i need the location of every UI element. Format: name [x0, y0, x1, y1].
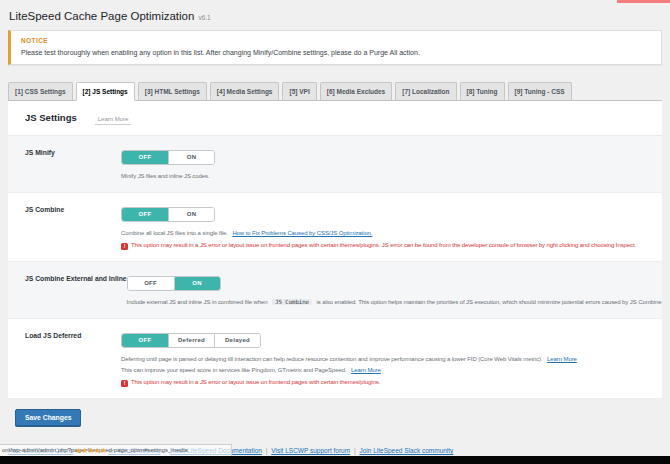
section-title: JS Settings	[25, 112, 77, 123]
tab-media-excludes[interactable]: [6] Media Excludes	[320, 82, 393, 101]
js-minify-on-button[interactable]: ON	[168, 151, 214, 164]
page-header: LiteSpeed Cache Page Optimization v6.1	[8, 8, 662, 22]
js-minify-label: JS Minify	[25, 145, 121, 181]
js-minify-description-text: Minify JS files and inline JS codes.	[121, 173, 209, 179]
panel-header: JS Settings Learn More	[8, 101, 662, 136]
js-combine-label: JS Combine	[25, 202, 121, 250]
js-combine-on-button[interactable]: ON	[168, 208, 214, 221]
notice-banner: NOTICE Please test thoroughly when enabl…	[8, 30, 662, 65]
setting-row-js-combine: JS Combine OFF ON Combine all local JS f…	[8, 193, 662, 262]
deferred-warning-text: This option may result in a JS error or …	[131, 379, 380, 385]
tab-tuning[interactable]: [8] Tuning	[460, 82, 505, 101]
js-minify-off-button[interactable]: OFF	[122, 151, 168, 164]
js-combine-external-inline-description: Include external JS and inline JS in com…	[127, 298, 646, 307]
tab-css-settings[interactable]: [1] CSS Settings	[8, 82, 73, 101]
save-changes-button[interactable]: Save Changes	[15, 409, 81, 426]
load-js-deferred-off-button[interactable]: OFF	[122, 334, 168, 347]
setting-row-js-minify: JS Minify OFF ON Minify JS files and inl…	[8, 136, 662, 193]
load-js-deferred-label: Load JS Deferred	[25, 328, 121, 387]
slack-community-link[interactable]: Join LiteSpeed Slack community	[359, 447, 453, 454]
description-text-before: Include external JS and inline JS in com…	[127, 299, 268, 305]
js-combine-description-text: Combine all local JS files into a single…	[121, 230, 228, 236]
tab-js-settings[interactable]: [2] JS Settings	[76, 82, 135, 101]
rating-stars[interactable]: ★★★★★	[75, 446, 106, 455]
support-forum-link[interactable]: Visit LSCWP support forum	[271, 447, 350, 454]
load-js-deferred-delayed-button[interactable]: Delayed	[214, 334, 260, 347]
deferred-description-text-2: This can improve your speed score in ser…	[121, 367, 346, 373]
load-js-deferred-toggle: OFF Deferred Delayed	[121, 333, 261, 348]
js-combine-external-inline-toggle: OFF ON	[127, 276, 221, 291]
footer-separator: |	[266, 447, 268, 454]
js-combine-off-button[interactable]: OFF	[122, 208, 168, 221]
load-js-deferred-description-2: This can improve your speed score in ser…	[121, 366, 646, 375]
top-right-red-strip	[617, 0, 670, 3]
load-js-deferred-description-1: Deferring until page is parsed or delayi…	[121, 355, 646, 364]
description-text-after: is also enabled. This option helps maint…	[317, 299, 662, 305]
bottom-black-bar	[0, 456, 670, 464]
js-combine-external-inline-label: JS Combine External and Inline	[25, 271, 127, 307]
js-combine-external-inline-on-button[interactable]: ON	[174, 277, 220, 290]
setting-row-js-combine-external-inline: JS Combine External and Inline OFF ON In…	[8, 262, 662, 319]
learn-more-link-speed[interactable]: Learn More	[351, 367, 381, 373]
notice-label: NOTICE	[21, 37, 651, 44]
tab-vpi[interactable]: [5] VPI	[282, 82, 316, 101]
load-js-deferred-warning: !This option may result in a JS error or…	[121, 378, 646, 387]
learn-more-link-fid[interactable]: Learn More	[547, 356, 577, 362]
section-learn-more-link[interactable]: Learn More	[95, 116, 132, 125]
deferred-description-text-1: Deferring until page is parsed or delayi…	[121, 356, 543, 362]
setting-row-load-js-deferred: Load JS Deferred OFF Deferred Delayed De…	[8, 319, 662, 399]
warning-icon: !	[121, 380, 128, 387]
js-minify-description: Minify JS files and inline JS codes.	[121, 172, 646, 181]
js-combine-warning: !This option may result in a JS error or…	[121, 241, 646, 250]
browser-status-bar: om/wp-admin/admin.php?page=litespeed-pag…	[0, 444, 232, 456]
js-combine-toggle: OFF ON	[121, 207, 215, 222]
js-combine-warning-text: This option may result in a JS error or …	[131, 242, 636, 248]
load-js-deferred-deferred-button[interactable]: Deferred	[168, 334, 214, 347]
js-combine-description: Combine all local JS files into a single…	[121, 229, 646, 238]
tab-tuning-css[interactable]: [9] Tuning - CSS	[508, 82, 572, 101]
plugin-version-badge: v6.1	[198, 14, 210, 21]
tab-media-settings[interactable]: [4] Media Settings	[210, 82, 280, 101]
js-minify-toggle: OFF ON	[121, 150, 215, 165]
tab-html-settings[interactable]: [3] HTML Settings	[138, 82, 207, 101]
js-settings-panel: JS Settings Learn More JS Minify OFF ON …	[8, 101, 662, 399]
notice-text: Please test thoroughly when enabling any…	[21, 49, 651, 56]
js-combine-code-badge: JS Combine	[272, 299, 312, 305]
js-combine-external-inline-off-button[interactable]: OFF	[128, 277, 174, 290]
page-title: LiteSpeed Cache Page Optimization	[9, 10, 194, 22]
warning-icon: !	[121, 243, 128, 250]
tab-localization[interactable]: [7] Localization	[395, 82, 456, 101]
fix-problems-link[interactable]: How to Fix Problems Caused by CSS/JS Opt…	[232, 230, 372, 236]
settings-tab-bar: [1] CSS Settings [2] JS Settings [3] HTM…	[8, 82, 662, 101]
footer-separator: |	[354, 447, 356, 454]
